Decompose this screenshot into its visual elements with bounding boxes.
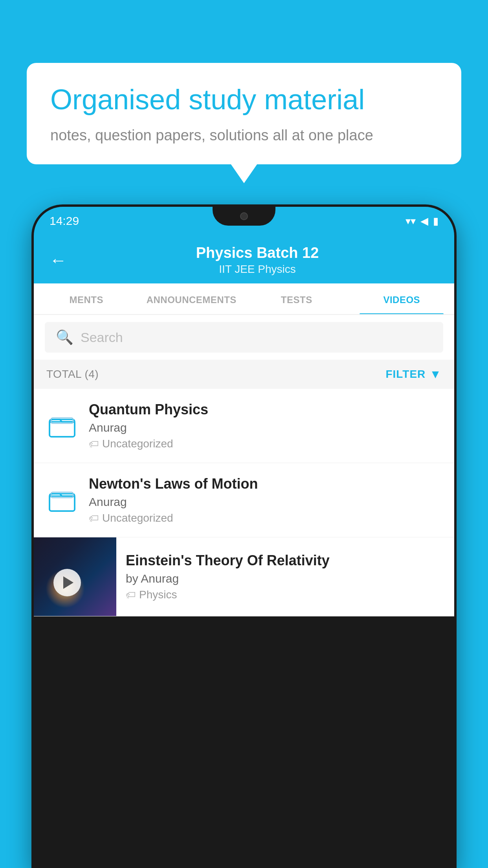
bubble-heading: Organised study material: [50, 83, 438, 116]
video-info: Einstein's Theory Of Relativity by Anura…: [116, 541, 454, 612]
folder-icon: [49, 413, 75, 438]
video-author: Anurag: [89, 495, 442, 509]
signal-icon: ◀: [420, 215, 428, 227]
svg-rect-5: [51, 492, 73, 498]
battery-icon: ▮: [433, 215, 438, 227]
svg-rect-1: [50, 422, 75, 437]
filter-button[interactable]: FILTER ▼: [385, 368, 442, 381]
video-list: Quantum Physics Anurag 🏷 Uncategorized: [34, 389, 454, 616]
search-container: 🔍 Search: [34, 315, 454, 360]
filter-icon: ▼: [429, 368, 442, 381]
wifi-icon: ▾▾: [405, 215, 416, 227]
play-button[interactable]: [53, 569, 81, 596]
back-button[interactable]: ←: [50, 250, 67, 270]
tabs-bar: MENTS ANNOUNCEMENTS TESTS VIDEOS: [34, 283, 454, 315]
phone-inner: 14:29 ▾▾ ◀ ▮ ← Physics Batch 12 IIT JEE …: [34, 207, 454, 866]
app-header: ← Physics Batch 12 IIT JEE Physics: [34, 235, 454, 283]
tag-icon: 🏷: [126, 589, 136, 601]
tab-tests[interactable]: TESTS: [244, 283, 349, 314]
svg-rect-4: [50, 496, 75, 511]
phone-frame: 14:29 ▾▾ ◀ ▮ ← Physics Batch 12 IIT JEE …: [31, 204, 457, 868]
folder-icon-container: [46, 487, 78, 513]
status-bar: 14:29 ▾▾ ◀ ▮: [34, 207, 454, 235]
video-info: Quantum Physics Anurag 🏷 Uncategorized: [89, 401, 442, 450]
tab-videos[interactable]: VIDEOS: [349, 283, 455, 314]
batch-subtitle: IIT JEE Physics: [76, 263, 438, 276]
folder-icon: [49, 487, 75, 513]
speech-bubble-card: Organised study material notes, question…: [27, 63, 461, 164]
list-item[interactable]: Einstein's Theory Of Relativity by Anura…: [34, 537, 454, 616]
search-input-wrapper[interactable]: 🔍 Search: [45, 322, 443, 353]
video-tag: 🏷 Uncategorized: [89, 512, 442, 524]
status-time: 14:29: [50, 214, 79, 228]
speech-bubble: Organised study material notes, question…: [27, 63, 461, 164]
video-author: Anurag: [89, 421, 442, 434]
bubble-subtext: notes, question papers, solutions all at…: [50, 127, 438, 144]
video-tag: 🏷 Uncategorized: [89, 438, 442, 450]
tab-ments[interactable]: MENTS: [34, 283, 139, 314]
list-item[interactable]: Quantum Physics Anurag 🏷 Uncategorized: [34, 389, 454, 463]
video-thumbnail: [34, 537, 116, 616]
video-author: by Anurag: [126, 572, 445, 585]
list-item[interactable]: Newton's Laws of Motion Anurag 🏷 Uncateg…: [34, 463, 454, 537]
filter-bar: TOTAL (4) FILTER ▼: [34, 360, 454, 389]
notch: [213, 207, 275, 226]
tab-announcements[interactable]: ANNOUNCEMENTS: [139, 283, 244, 314]
search-input[interactable]: Search: [81, 330, 123, 345]
search-icon: 🔍: [56, 329, 73, 346]
folder-icon-container: [46, 413, 78, 438]
video-title: Newton's Laws of Motion: [89, 476, 442, 492]
batch-title: Physics Batch 12: [76, 245, 438, 261]
status-icons: ▾▾ ◀ ▮: [405, 215, 438, 227]
header-title-group: Physics Batch 12 IIT JEE Physics: [76, 245, 438, 276]
video-info: Newton's Laws of Motion Anurag 🏷 Uncateg…: [89, 476, 442, 524]
play-icon: [63, 576, 73, 589]
svg-rect-2: [51, 418, 73, 423]
tag-icon: 🏷: [89, 512, 99, 524]
total-count: TOTAL (4): [46, 368, 99, 381]
video-tag: 🏷 Physics: [126, 588, 445, 601]
front-camera: [240, 212, 248, 220]
video-title: Einstein's Theory Of Relativity: [126, 552, 445, 569]
tag-icon: 🏷: [89, 438, 99, 450]
video-title: Quantum Physics: [89, 401, 442, 418]
